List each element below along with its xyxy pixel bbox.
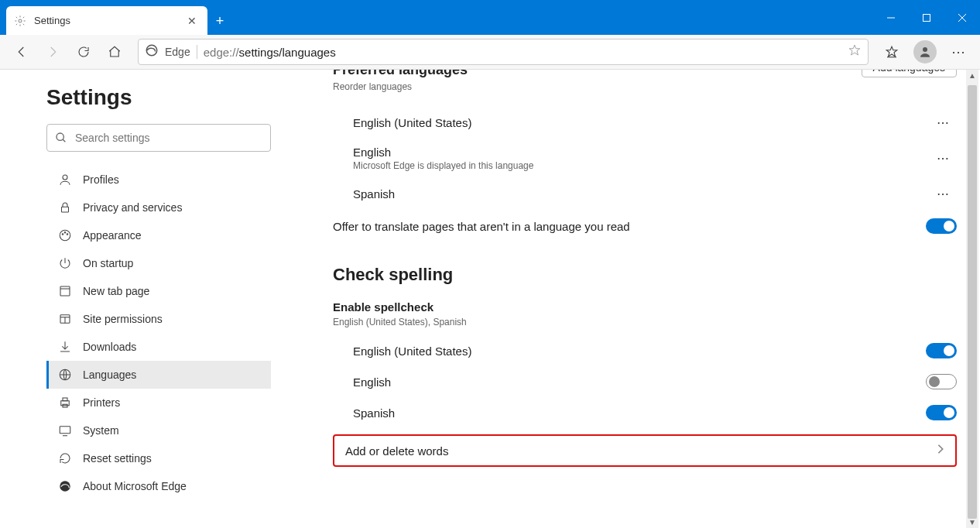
preferred-languages-sub: Reorder languages bbox=[333, 81, 957, 92]
svg-point-14 bbox=[64, 232, 66, 234]
enable-spellcheck-label: Enable spellcheck bbox=[333, 300, 957, 314]
svg-point-13 bbox=[62, 234, 63, 235]
sidebar-item-privacy[interactable]: Privacy and services bbox=[46, 194, 271, 221]
svg-rect-2 bbox=[923, 14, 930, 21]
svg-rect-25 bbox=[60, 427, 70, 434]
favorite-icon[interactable] bbox=[848, 43, 862, 60]
new-tab-button[interactable]: + bbox=[207, 8, 232, 35]
power-icon bbox=[58, 256, 72, 270]
gear-icon bbox=[14, 15, 26, 27]
check-spelling-heading: Check spelling bbox=[333, 265, 957, 285]
search-input[interactable] bbox=[75, 132, 262, 144]
settings-sidebar: Settings Profiles Privacy and services A… bbox=[0, 70, 294, 528]
spellcheck-toggle-en[interactable] bbox=[926, 374, 957, 389]
svg-point-8 bbox=[57, 133, 63, 140]
svg-rect-23 bbox=[63, 398, 67, 401]
sidebar-item-languages[interactable]: Languages bbox=[46, 361, 271, 389]
edge-logo-icon bbox=[58, 479, 72, 493]
maximize-button[interactable] bbox=[909, 0, 944, 35]
sidebar-item-label: Printers bbox=[83, 396, 120, 409]
person-icon bbox=[58, 173, 72, 187]
add-languages-button[interactable]: Add languages bbox=[862, 70, 957, 77]
language-row: Spanish ⋯ bbox=[333, 177, 957, 211]
more-icon[interactable]: ⋯ bbox=[930, 148, 957, 169]
more-icon[interactable]: ⋯ bbox=[930, 183, 957, 204]
language-row: English Microsoft Edge is displayed in t… bbox=[333, 139, 957, 177]
translate-setting: Offer to translate pages that aren't in … bbox=[333, 218, 957, 234]
spellcheck-row: English (United States) bbox=[333, 335, 957, 366]
address-bar[interactable]: Edge edge://settings/languages bbox=[138, 39, 869, 65]
scroll-thumb[interactable] bbox=[968, 85, 977, 519]
sidebar-item-about[interactable]: About Microsoft Edge bbox=[46, 472, 271, 500]
sidebar-item-label: Profiles bbox=[83, 173, 119, 186]
svg-point-10 bbox=[63, 175, 67, 180]
sidebar-item-printers[interactable]: Printers bbox=[46, 389, 271, 417]
chevron-right-icon bbox=[937, 444, 944, 458]
close-tab-icon[interactable]: ✕ bbox=[184, 13, 200, 29]
svg-rect-16 bbox=[60, 286, 70, 296]
sidebar-item-label: Languages bbox=[83, 369, 136, 381]
sidebar-item-downloads[interactable]: Downloads bbox=[46, 333, 271, 361]
svg-line-9 bbox=[63, 139, 65, 142]
search-settings[interactable] bbox=[46, 124, 271, 152]
forward-button bbox=[39, 38, 67, 66]
sidebar-item-appearance[interactable]: Appearance bbox=[46, 221, 271, 249]
profile-avatar[interactable] bbox=[913, 40, 937, 63]
sidebar-item-system[interactable]: System bbox=[46, 417, 271, 444]
sidebar-item-label: Site permissions bbox=[83, 313, 163, 325]
sidebar-item-label: New tab page bbox=[83, 285, 149, 297]
toolbar: Edge edge://settings/languages ⋯ bbox=[0, 35, 980, 70]
svg-point-15 bbox=[67, 234, 68, 235]
spellcheck-row: Spanish bbox=[333, 397, 957, 428]
menu-button[interactable]: ⋯ bbox=[944, 43, 972, 60]
lock-icon bbox=[58, 201, 72, 214]
settings-heading: Settings bbox=[46, 85, 294, 110]
language-icon bbox=[58, 368, 72, 382]
add-delete-words-button[interactable]: Add or delete words bbox=[333, 434, 957, 467]
minimize-button[interactable] bbox=[873, 0, 909, 35]
reset-icon bbox=[58, 451, 72, 465]
download-icon bbox=[58, 340, 72, 354]
shield-icon bbox=[58, 312, 72, 326]
sidebar-item-profiles[interactable]: Profiles bbox=[46, 166, 271, 194]
close-window-button[interactable] bbox=[944, 0, 980, 35]
sidebar-item-startup[interactable]: On startup bbox=[46, 249, 271, 277]
sidebar-item-label: Privacy and services bbox=[83, 201, 182, 214]
svg-point-7 bbox=[923, 47, 927, 52]
sidebar-item-reset[interactable]: Reset settings bbox=[46, 444, 271, 472]
system-icon bbox=[58, 423, 72, 437]
sidebar-item-label: On startup bbox=[83, 257, 133, 269]
scrollbar[interactable]: ▲ ▼ bbox=[966, 70, 978, 528]
refresh-button[interactable] bbox=[70, 38, 98, 66]
favorites-button[interactable] bbox=[878, 38, 906, 66]
sidebar-item-permissions[interactable]: Site permissions bbox=[46, 305, 271, 333]
settings-main: Preferred languages Add languages Reorde… bbox=[294, 70, 980, 528]
edge-icon bbox=[145, 43, 159, 60]
window-controls bbox=[873, 0, 980, 35]
sidebar-item-label: Downloads bbox=[83, 341, 136, 353]
titlebar: Settings ✕ + bbox=[0, 0, 980, 35]
back-button[interactable] bbox=[8, 38, 36, 66]
tab-title: Settings bbox=[34, 15, 176, 26]
spellcheck-toggle-es[interactable] bbox=[926, 405, 957, 420]
palette-icon bbox=[58, 228, 72, 242]
browser-tab[interactable]: Settings ✕ bbox=[6, 6, 207, 35]
home-button[interactable] bbox=[101, 38, 128, 66]
address-label: Edge bbox=[165, 46, 190, 58]
printer-icon bbox=[58, 396, 72, 410]
more-icon[interactable]: ⋯ bbox=[930, 112, 957, 133]
sidebar-item-newtab[interactable]: New tab page bbox=[46, 277, 271, 305]
translate-toggle[interactable] bbox=[926, 218, 957, 234]
scroll-up-icon[interactable]: ▲ bbox=[966, 71, 978, 80]
sidebar-item-label: System bbox=[83, 424, 119, 437]
spellcheck-row: English bbox=[333, 366, 957, 397]
language-row: English (United States) ⋯ bbox=[333, 106, 957, 139]
enable-spellcheck-sub: English (United States), Spanish bbox=[333, 317, 957, 327]
page-icon bbox=[58, 284, 72, 298]
svg-point-0 bbox=[19, 19, 22, 22]
search-icon bbox=[55, 132, 67, 144]
sidebar-item-label: Appearance bbox=[83, 229, 142, 242]
sidebar-item-label: Reset settings bbox=[83, 452, 152, 465]
spellcheck-toggle-en-us[interactable] bbox=[926, 343, 957, 358]
scroll-down-icon[interactable]: ▼ bbox=[966, 518, 978, 526]
